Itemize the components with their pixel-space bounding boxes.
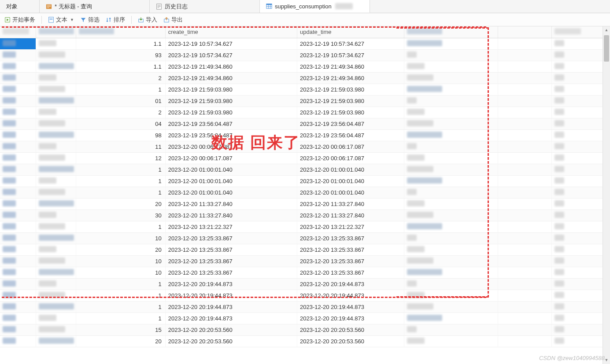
cell-blurred[interactable]: [498, 152, 552, 164]
table-row[interactable]: 202023-12-20 11:33:27.8402023-12-20 11:3…: [0, 198, 610, 210]
cell-value[interactable]: 1: [76, 290, 165, 301]
cell-blurred[interactable]: [552, 141, 610, 152]
table-row[interactable]: 22023-12-19 21:59:03.9802023-12-19 21:59…: [0, 107, 610, 118]
cell-value[interactable]: 2: [76, 72, 165, 84]
cell-create-time[interactable]: 2023-12-19 23:56:04.487: [165, 129, 297, 141]
cell-create-time[interactable]: 2023-12-20 01:00:01.040: [165, 175, 297, 187]
cell-create-time[interactable]: 2023-12-20 01:00:01.040: [165, 187, 297, 198]
cell-value[interactable]: 1: [76, 187, 165, 198]
cell-blurred[interactable]: [404, 95, 498, 107]
cell-value[interactable]: 1: [76, 278, 165, 290]
cell-update-time[interactable]: 2023-12-19 21:59:03.980: [297, 107, 404, 118]
cell-blurred[interactable]: [36, 335, 76, 347]
cell-blurred[interactable]: [404, 290, 498, 301]
cell-blurred[interactable]: [36, 324, 76, 335]
table-row[interactable]: 22023-12-19 21:49:34.8602023-12-19 21:49…: [0, 72, 610, 84]
cell-blurred[interactable]: [498, 187, 552, 198]
table-row[interactable]: 202023-12-20 20:20:53.5602023-12-20 20:2…: [0, 335, 610, 347]
cell-blurred[interactable]: [36, 221, 76, 232]
table-row[interactable]: 982023-12-19 23:56:04.4872023-12-19 23:5…: [0, 129, 610, 141]
cell-blurred[interactable]: [36, 95, 76, 107]
table-row[interactable]: 1.12023-12-19 10:57:34.6272023-12-19 10:…: [0, 38, 610, 49]
col-header-update-time[interactable]: update_time: [297, 26, 404, 38]
cell-update-time[interactable]: 2023-12-19 21:59:03.980: [297, 84, 404, 95]
begin-transaction-button[interactable]: 开始事务: [4, 16, 35, 24]
cell-create-time[interactable]: 2023-12-20 00:06:17.087: [165, 141, 297, 152]
cell-value[interactable]: 1: [76, 175, 165, 187]
cell-blurred[interactable]: [498, 313, 552, 324]
cell-blurred[interactable]: [404, 38, 498, 49]
cell-blurred[interactable]: [36, 164, 76, 175]
cell-update-time[interactable]: 2023-12-20 20:19:44.873: [297, 290, 404, 301]
cell-create-time[interactable]: 2023-12-20 20:19:44.873: [165, 313, 297, 324]
table-row[interactable]: 042023-12-19 23:56:04.4872023-12-19 23:5…: [0, 118, 610, 129]
cell-create-time[interactable]: 2023-12-20 11:33:27.840: [165, 210, 297, 221]
table-row[interactable]: 102023-12-20 13:25:33.8672023-12-20 13:2…: [0, 267, 610, 278]
col-header-blurred[interactable]: [552, 26, 610, 38]
text-button[interactable]: 文本 ▼: [48, 16, 74, 24]
col-header-blurred[interactable]: [76, 26, 165, 38]
cell-value[interactable]: 1: [76, 301, 165, 313]
cell-blurred[interactable]: [36, 290, 76, 301]
cell-blurred[interactable]: [552, 290, 610, 301]
cell-update-time[interactable]: 2023-12-19 10:57:34.627: [297, 38, 404, 49]
cell-blurred[interactable]: [0, 164, 36, 175]
cell-blurred[interactable]: [552, 255, 610, 267]
cell-blurred[interactable]: [404, 313, 498, 324]
cell-update-time[interactable]: 2023-12-20 11:33:27.840: [297, 198, 404, 210]
cell-blurred[interactable]: [498, 221, 552, 232]
cell-blurred[interactable]: [0, 313, 36, 324]
scroll-up-arrow[interactable]: ▲: [603, 26, 610, 34]
cell-blurred[interactable]: [498, 129, 552, 141]
cell-create-time[interactable]: 2023-12-20 20:19:44.873: [165, 278, 297, 290]
cell-blurred[interactable]: [552, 118, 610, 129]
cell-blurred[interactable]: [552, 232, 610, 244]
table-row[interactable]: 112023-12-20 00:06:17.0872023-12-20 00:0…: [0, 141, 610, 152]
cell-update-time[interactable]: 2023-12-20 01:00:01.040: [297, 164, 404, 175]
cell-blurred[interactable]: [36, 301, 76, 313]
cell-blurred[interactable]: [0, 324, 36, 335]
cell-blurred[interactable]: [36, 107, 76, 118]
cell-blurred[interactable]: [552, 267, 610, 278]
cell-blurred[interactable]: [552, 84, 610, 95]
cell-update-time[interactable]: 2023-12-20 20:20:53.560: [297, 324, 404, 335]
cell-create-time[interactable]: 2023-12-19 10:57:34.627: [165, 49, 297, 61]
cell-blurred[interactable]: [36, 255, 76, 267]
cell-value[interactable]: 1.1: [76, 61, 165, 72]
cell-update-time[interactable]: 2023-12-19 21:49:34.860: [297, 61, 404, 72]
cell-blurred[interactable]: [0, 95, 36, 107]
table-row[interactable]: 12023-12-19 21:59:03.9802023-12-19 21:59…: [0, 84, 610, 95]
cell-value[interactable]: 1.1: [76, 38, 165, 49]
cell-value[interactable]: 01: [76, 95, 165, 107]
cell-blurred[interactable]: [498, 84, 552, 95]
cell-blurred[interactable]: [404, 175, 498, 187]
cell-blurred[interactable]: [552, 107, 610, 118]
data-grid[interactable]: create_time update_time 1.12023-12-19 10…: [0, 26, 610, 364]
cell-create-time[interactable]: 2023-12-19 21:49:34.860: [165, 61, 297, 72]
cell-value[interactable]: 30: [76, 210, 165, 221]
cell-blurred[interactable]: [404, 49, 498, 61]
cell-blurred[interactable]: [36, 129, 76, 141]
cell-value[interactable]: 20: [76, 244, 165, 255]
cell-value[interactable]: 1: [76, 164, 165, 175]
cell-blurred[interactable]: [552, 129, 610, 141]
cell-blurred[interactable]: [552, 198, 610, 210]
cell-value[interactable]: 2: [76, 107, 165, 118]
cell-blurred[interactable]: [0, 187, 36, 198]
cell-blurred[interactable]: [404, 324, 498, 335]
cell-update-time[interactable]: 2023-12-19 10:57:34.627: [297, 49, 404, 61]
cell-blurred[interactable]: [0, 244, 36, 255]
cell-blurred[interactable]: [0, 301, 36, 313]
table-row[interactable]: 202023-12-20 13:25:33.8672023-12-20 13:2…: [0, 244, 610, 255]
cell-blurred[interactable]: [0, 152, 36, 164]
cell-blurred[interactable]: [36, 72, 76, 84]
table-row[interactable]: 12023-12-20 20:19:44.8732023-12-20 20:19…: [0, 278, 610, 290]
cell-update-time[interactable]: 2023-12-20 00:06:17.087: [297, 141, 404, 152]
cell-value[interactable]: 10: [76, 255, 165, 267]
cell-blurred[interactable]: [404, 61, 498, 72]
cell-blurred[interactable]: [498, 244, 552, 255]
cell-blurred[interactable]: [552, 152, 610, 164]
tab-object[interactable]: 对象: [0, 0, 40, 13]
cell-value[interactable]: 12: [76, 152, 165, 164]
cell-blurred[interactable]: [552, 210, 610, 221]
